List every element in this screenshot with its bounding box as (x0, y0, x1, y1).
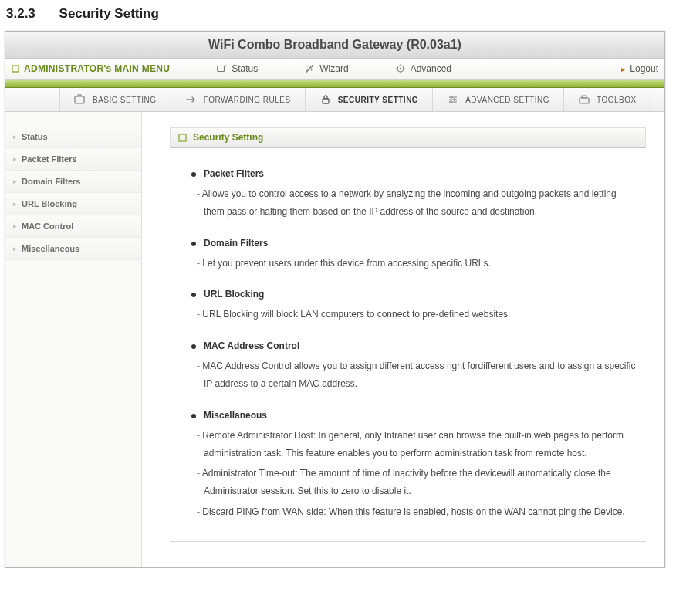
sidebar-item-label: Status (22, 132, 48, 141)
svg-rect-17 (582, 96, 586, 98)
feature-title-text: Packet Filters (204, 168, 264, 179)
doc-section-number: 3.2.3 (6, 6, 35, 21)
feature-desc: Remote Administrator Host: In general, o… (191, 427, 638, 462)
sidebar-item-miscellaneous[interactable]: ▸ Miscellaneous (5, 238, 141, 260)
menu-item-label: Status (232, 63, 258, 74)
sidebar: ▸ Status ▸ Packet Filters ▸ Domain Filte… (5, 112, 142, 567)
svg-rect-12 (323, 99, 329, 103)
tab-forwarding-rules[interactable]: FORWARDING RULES (171, 88, 305, 111)
panel-header: Security Setting (170, 127, 646, 148)
accent-band (5, 80, 664, 88)
logout-link[interactable]: ▸ Logout (621, 63, 658, 74)
basic-setting-icon (74, 94, 86, 105)
svg-point-13 (451, 96, 453, 99)
svg-point-3 (307, 66, 309, 67)
main-menu-row: ADMINISTRATOR's MAIN MENU Status Wizard … (5, 59, 664, 80)
forwarding-rules-icon (185, 94, 198, 105)
sidebar-item-label: Packet Filters (22, 154, 77, 164)
menu-item-label: Wizard (319, 63, 348, 74)
doc-section-title: Security Setting (59, 6, 159, 21)
tab-toolbox[interactable]: TOOLBOX (563, 88, 651, 111)
doc-section-heading: 3.2.3 Security Setting (6, 6, 676, 22)
svg-rect-1 (218, 66, 225, 72)
menu-item-wizard[interactable]: Wizard (304, 63, 348, 74)
app-body: ▸ Status ▸ Packet Filters ▸ Domain Filte… (5, 112, 664, 567)
menu-item-label: Advanced (411, 63, 451, 74)
svg-point-14 (454, 99, 456, 101)
feature-mac-address-control: MAC Address Control MAC Address Control … (191, 340, 638, 393)
chevron-right-icon: ▸ (13, 134, 17, 140)
tab-label: FORWARDING RULES (204, 96, 291, 104)
chevron-right-icon: ▸ (13, 178, 17, 185)
sidebar-item-mac-control[interactable]: ▸ MAC Control (5, 215, 141, 238)
svg-point-4 (311, 69, 313, 71)
sidebar-item-status[interactable]: ▸ Status (5, 126, 141, 148)
feature-title-text: Domain Filters (204, 238, 268, 249)
content-divider (170, 541, 646, 542)
svg-point-15 (450, 101, 452, 103)
feature-desc: Let you prevent users under this device … (191, 255, 638, 272)
bullet-icon (191, 293, 196, 297)
logout-label: Logout (630, 63, 658, 74)
title-bar: WiFi Combo Broadband Gateway (R0.03a1) (5, 32, 664, 59)
feature-url-blocking: URL Blocking URL Blocking will block LAN… (191, 289, 638, 323)
svg-point-6 (399, 68, 401, 70)
svg-rect-16 (580, 98, 589, 103)
feature-packet-filters: Packet Filters Allows you to control acc… (191, 168, 638, 221)
feature-desc: Discard PING from WAN side: When this fe… (191, 503, 638, 521)
feature-list: Packet Filters Allows you to control acc… (170, 168, 646, 521)
feature-title-text: MAC Address Control (204, 340, 299, 351)
feature-title-text: URL Blocking (204, 289, 264, 300)
sidebar-item-label: Miscellaneous (22, 244, 79, 253)
toolbox-icon (578, 94, 590, 105)
wizard-icon (304, 63, 315, 74)
content-area: Security Setting Packet Filters Allows y… (142, 112, 664, 567)
svg-rect-18 (179, 134, 186, 141)
tab-basic-setting[interactable]: BASIC SETTING (59, 88, 171, 111)
menu-item-advanced[interactable]: Advanced (395, 63, 451, 74)
app-frame: WiFi Combo Broadband Gateway (R0.03a1) A… (5, 31, 665, 568)
logout-arrow-icon: ▸ (621, 65, 625, 73)
chevron-right-icon: ▸ (13, 245, 17, 252)
panel-square-icon (178, 134, 187, 142)
sidebar-item-domain-filters[interactable]: ▸ Domain Filters (5, 171, 141, 193)
feature-desc: Allows you to control access to a networ… (191, 185, 638, 221)
settings-tabs-row: BASIC SETTING FORWARDING RULES SECURITY … (5, 88, 664, 112)
sidebar-item-label: MAC Control (22, 222, 73, 231)
tab-label: TOOLBOX (597, 96, 637, 104)
feature-desc: Administrator Time-out: The amount of ti… (191, 465, 638, 500)
sidebar-item-url-blocking[interactable]: ▸ URL Blocking (5, 193, 141, 215)
feature-title-text: Miscellaneous (204, 410, 267, 421)
feature-domain-filters: Domain Filters Let you prevent users und… (191, 238, 638, 272)
status-icon (216, 63, 227, 74)
svg-rect-0 (12, 66, 19, 72)
tab-label: SECURITY SETTING (338, 96, 419, 104)
tab-label: ADVANCED SETTING (465, 96, 549, 104)
tab-security-setting[interactable]: SECURITY SETTING (305, 88, 433, 111)
menu-item-status[interactable]: Status (216, 63, 258, 74)
bullet-icon (191, 414, 196, 418)
main-menu-label-text: ADMINISTRATOR's MAIN MENU (24, 63, 170, 74)
main-menu-center: Status Wizard Advanced (216, 63, 451, 74)
feature-desc: MAC Address Control allows you to assign… (191, 357, 638, 393)
tab-advanced-setting[interactable]: ADVANCED SETTING (432, 88, 563, 111)
advanced-icon (395, 63, 406, 74)
advanced-setting-icon (447, 94, 459, 105)
bullet-icon (191, 172, 196, 177)
chevron-right-icon: ▸ (13, 223, 17, 230)
chevron-right-icon: ▸ (13, 201, 17, 208)
main-menu-label: ADMINISTRATOR's MAIN MENU (12, 63, 170, 74)
feature-desc: URL Blocking will block LAN computers to… (191, 306, 638, 323)
security-setting-icon (319, 94, 332, 105)
bullet-icon (191, 242, 196, 246)
feature-miscellaneous: Miscellaneous Remote Administrator Host:… (191, 410, 638, 521)
sidebar-item-packet-filters[interactable]: ▸ Packet Filters (5, 148, 141, 171)
sidebar-item-label: Domain Filters (22, 177, 80, 186)
menu-square-icon (12, 65, 19, 73)
panel-title: Security Setting (193, 132, 263, 143)
bullet-icon (191, 344, 196, 349)
svg-rect-11 (75, 96, 84, 103)
sidebar-item-label: URL Blocking (22, 199, 77, 208)
tab-label: BASIC SETTING (93, 96, 157, 104)
chevron-right-icon: ▸ (13, 156, 17, 163)
